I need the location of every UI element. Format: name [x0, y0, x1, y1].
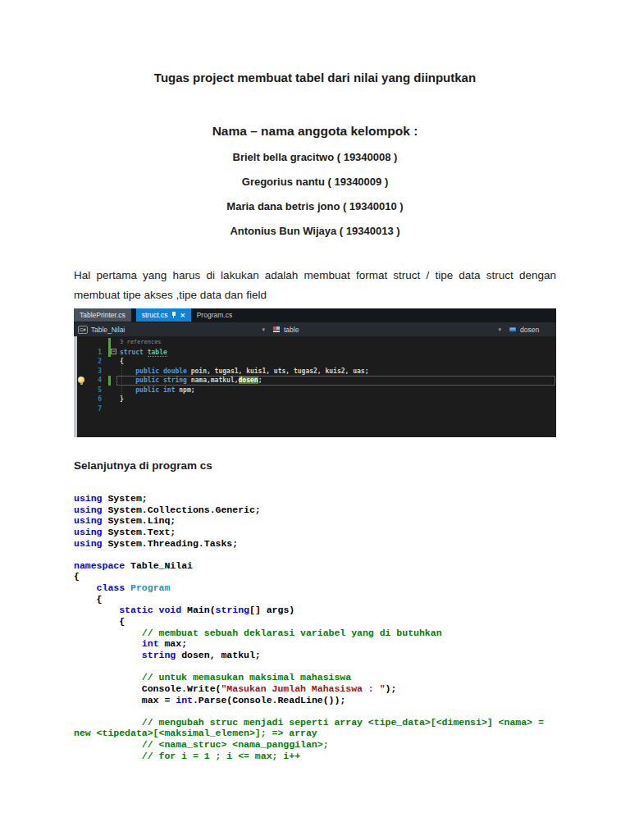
chevron-down-icon: ▾ [262, 326, 265, 333]
member-line: Maria dana betris jono ( 19340010 ) [0, 200, 630, 225]
type-name: table [284, 326, 299, 334]
line-number: 7 [89, 404, 102, 414]
codelens-references[interactable]: 3 references [120, 338, 162, 348]
collapse-icon[interactable]: − [111, 349, 116, 354]
program-code-line: // untuk memasukan maksimal mahasiswa [74, 672, 544, 683]
program-code-line [74, 661, 544, 673]
member-dropdown[interactable]: dosen [505, 322, 556, 336]
code-line: 6} [74, 395, 556, 404]
field-icon [509, 326, 517, 333]
program-code-line: // mengubah struc menjadi seperti array … [74, 717, 544, 728]
tab-program-cs[interactable]: Program.cs [191, 308, 238, 322]
program-code-line: using System.Threading.Tasks; [74, 538, 544, 550]
code-line: 7 [74, 404, 556, 414]
vs-tab-bar: TablePrinter.cs struct.cs ✕ Program.cs [74, 308, 556, 322]
code-line: −1struct table [74, 348, 556, 358]
pin-icon[interactable] [171, 312, 176, 319]
project-name: Table_Nilai [91, 326, 126, 334]
line-number: 4 [89, 376, 102, 386]
lightbulb-icon[interactable] [78, 377, 84, 385]
member-line: Brielt bella gracitwo ( 19340008 ) [0, 151, 630, 176]
chevron-down-icon: ▾ [498, 326, 501, 333]
program-code-line: Console.Write("Masukan Jumlah Mahasiswa … [74, 683, 544, 695]
code-line: 2{ [74, 357, 556, 367]
program-code-line: int max; [74, 638, 544, 650]
editor-lines: 3 references−1struct table2{3 public dou… [74, 338, 556, 413]
line-number: 5 [89, 386, 102, 395]
struct-icon [273, 326, 281, 333]
section2-heading: Selanjutnya di program cs [74, 459, 212, 472]
tab-label: struct.cs [142, 311, 168, 319]
vs-navigation-bar: C# Table_Nilai ▾ table ▾ [74, 322, 556, 336]
program-code-line: // <nama_struc> <nama_panggilan>; [74, 739, 544, 751]
program-code-line: { [74, 594, 544, 605]
member-list: Brielt bella gracitwo ( 19340008 )Gregor… [0, 151, 630, 249]
program-code-line [74, 705, 544, 717]
line-number: 1 [89, 348, 102, 358]
document-page: Tugas project membuat tabel dari nilai y… [0, 0, 630, 840]
program-code-line: using System.Text; [74, 527, 544, 538]
program-code-line: namespace Table_Nilai [74, 560, 544, 572]
program-code-line: static void Main(string[] args) [74, 605, 544, 616]
program-code-line: string dosen, matkul; [74, 650, 544, 661]
vs-screenshot: TablePrinter.cs struct.cs ✕ Program.cs C… [74, 308, 556, 436]
tab-label: Program.cs [197, 311, 232, 319]
code-line: 3 public double poin, tugas1, kuis1, uts… [74, 367, 556, 377]
program-code-line: // membuat sebuah deklarasi variabel yan… [74, 628, 544, 639]
project-dropdown[interactable]: C# Table_Nilai ▾ [74, 322, 269, 336]
line-number: 6 [89, 395, 102, 404]
type-dropdown[interactable]: table ▾ [269, 322, 505, 336]
code-line: 4 public string nama,matkul,dosen; [74, 376, 556, 386]
csharp-project-icon: C# [78, 326, 88, 334]
tab-struct-cs[interactable]: struct.cs ✕ [136, 308, 191, 322]
intro-paragraph: Hal pertama yang harus di lakukan adalah… [74, 266, 556, 305]
code-editor[interactable]: 3 references−1struct table2{3 public dou… [74, 336, 556, 437]
program-code-line: class Program [74, 582, 544, 594]
member-line: Antonius Bun Wijaya ( 19340013 ) [0, 225, 630, 249]
line-number: 2 [89, 357, 102, 367]
program-code-line: { [74, 616, 544, 628]
member-name: dosen [520, 326, 539, 334]
codelens-row: 3 references [74, 338, 556, 348]
tab-tableprinter-cs[interactable]: TablePrinter.cs [74, 308, 131, 322]
member-line: Gregorius nantu ( 19340009 ) [0, 176, 630, 200]
code-line: 5 public int npm; [74, 386, 556, 395]
program-code-block: using System;using System.Collections.Ge… [74, 493, 544, 761]
page-title: Tugas project membuat tabel dari nilai y… [0, 71, 630, 84]
tab-label: TablePrinter.cs [80, 311, 126, 319]
line-number: 3 [89, 367, 102, 377]
program-code-line: new <tipedata>[<maksimal_elemen>]; => ar… [74, 728, 544, 739]
program-code-line [74, 549, 544, 560]
change-bar [108, 338, 111, 348]
program-code-line: using System; [74, 493, 544, 504]
program-code-line: using System.Collections.Generic; [74, 504, 544, 516]
program-code-line: max = int.Parse(Console.ReadLine()); [74, 695, 544, 706]
change-bar [108, 376, 111, 386]
group-heading: Nama – nama anggota kelompok : [0, 124, 630, 139]
program-code-line: { [74, 571, 544, 582]
program-code-line: using System.Linq; [74, 515, 544, 527]
program-code-line: // for i = 1 ; i <= max; i++ [74, 751, 544, 762]
close-icon[interactable]: ✕ [180, 312, 185, 319]
